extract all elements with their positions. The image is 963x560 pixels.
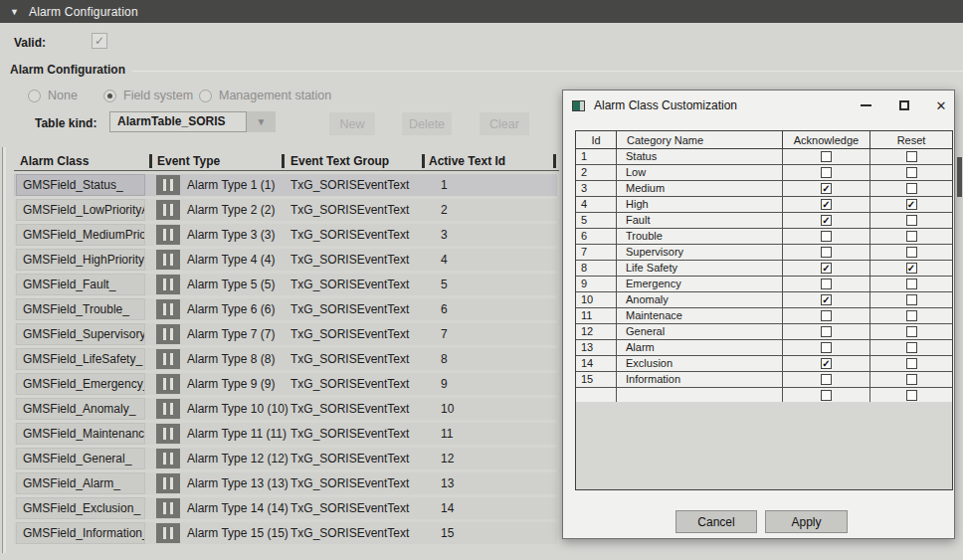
acknowledge-checkbox[interactable] (821, 390, 832, 401)
category-row[interactable]: 1Status (576, 149, 952, 165)
acknowledge-checkbox[interactable]: ✓ (821, 199, 832, 210)
alarm-class-cell[interactable]: GMSField_LowPriorityA (16, 199, 145, 221)
reset-checkbox[interactable] (906, 390, 917, 401)
event-type-pause-icon[interactable] (156, 498, 180, 518)
radio-management-station[interactable]: Management station (199, 88, 331, 103)
acknowledge-checkbox[interactable] (821, 151, 832, 162)
table-row[interactable]: GMSField_LowPriorityA Alarm Type 2 (2) T… (14, 199, 557, 221)
category-row[interactable]: 8Life Safety✓✓ (576, 261, 952, 277)
table-row[interactable]: GMSField_MediumPrio Alarm Type 3 (3) TxG… (14, 224, 557, 246)
category-row[interactable]: 15Information (576, 372, 952, 388)
table-row[interactable]: GMSField_Trouble_ Alarm Type 6 (6) TxG_S… (14, 298, 557, 320)
category-row[interactable]: 3Medium✓ (576, 181, 952, 197)
collapse-triangle-icon[interactable]: ▼ (10, 7, 19, 17)
event-type-pause-icon[interactable] (156, 275, 180, 294)
combobox-dropdown-button[interactable]: ▼ (247, 111, 276, 132)
reset-checkbox[interactable] (906, 151, 917, 162)
table-row[interactable]: GMSField_HighPriority. Alarm Type 4 (4) … (14, 249, 557, 271)
alarm-class-cell[interactable]: GMSField_HighPriority. (16, 249, 145, 271)
new-button[interactable]: New (329, 112, 375, 135)
alarm-class-cell[interactable]: GMSField_Information_ (16, 522, 145, 544)
acknowledge-checkbox[interactable]: ✓ (821, 183, 832, 194)
acknowledge-checkbox[interactable] (821, 342, 832, 353)
table-row[interactable]: GMSField_Emergency_ Alarm Type 9 (9) TxG… (14, 373, 557, 395)
close-button[interactable]: ✕ (930, 95, 952, 115)
alarm-class-cell[interactable]: GMSField_Exclusion_ (16, 497, 145, 519)
table-kind-combobox[interactable]: AlarmTable_SORIS (109, 111, 247, 132)
category-row[interactable]: 2Low (576, 165, 952, 181)
alarm-class-cell[interactable]: GMSField_General_ (16, 448, 145, 469)
reset-checkbox[interactable] (906, 167, 917, 178)
event-type-pause-icon[interactable] (156, 399, 180, 419)
alarm-class-cell[interactable]: GMSField_LifeSafety_ (16, 348, 145, 370)
acknowledge-checkbox[interactable]: ✓ (821, 358, 832, 369)
reset-checkbox[interactable] (906, 279, 917, 289)
acknowledge-checkbox[interactable]: ✓ (821, 263, 832, 274)
category-row[interactable]: 7Supervisory (576, 245, 952, 261)
acknowledge-checkbox[interactable] (821, 279, 832, 289)
reset-checkbox[interactable]: ✓ (906, 199, 917, 210)
table-row[interactable]: GMSField_Information_ Alarm Type 15 (15)… (14, 522, 557, 544)
reset-checkbox[interactable] (906, 294, 917, 305)
clear-button[interactable]: Clear (480, 112, 529, 135)
delete-button[interactable]: Delete (402, 112, 452, 135)
category-row[interactable]: 13Alarm (576, 340, 952, 356)
radio-none[interactable]: None (28, 88, 78, 103)
reset-checkbox[interactable] (906, 183, 917, 194)
radio-field-system[interactable]: Field system (103, 88, 193, 103)
acknowledge-checkbox[interactable] (821, 310, 832, 321)
table-row[interactable]: GMSField_Maintenance Alarm Type 11 (11) … (14, 423, 557, 445)
alarm-class-cell[interactable]: GMSField_Status_ (16, 174, 145, 196)
reset-checkbox[interactable] (906, 374, 917, 385)
valid-checkbox[interactable]: ✓ (92, 33, 107, 49)
reset-checkbox[interactable]: ✓ (906, 263, 917, 274)
event-type-pause-icon[interactable] (156, 424, 180, 444)
alarm-class-cell[interactable]: GMSField_Alarm_ (16, 472, 145, 494)
event-type-pause-icon[interactable] (156, 200, 180, 220)
reset-checkbox[interactable] (906, 326, 917, 337)
category-row[interactable]: 4High✓✓ (576, 197, 952, 213)
table-row[interactable]: GMSField_General_ Alarm Type 12 (12) TxG… (14, 448, 557, 469)
event-type-pause-icon[interactable] (156, 225, 180, 245)
apply-button[interactable]: Apply (765, 510, 848, 533)
event-type-pause-icon[interactable] (156, 250, 180, 270)
table-row[interactable]: GMSField_Anomaly_ Alarm Type 10 (10) TxG… (14, 398, 557, 420)
minimize-button[interactable] (855, 95, 876, 115)
acknowledge-checkbox[interactable] (821, 374, 832, 385)
event-type-pause-icon[interactable] (156, 473, 180, 493)
category-row[interactable]: 5Fault✓ (576, 213, 952, 229)
event-type-pause-icon[interactable] (156, 374, 180, 394)
alarm-class-cell[interactable]: GMSField_Supervisory_ (16, 323, 145, 345)
acknowledge-checkbox[interactable]: ✓ (821, 215, 832, 226)
category-row[interactable]: 11Maintenace (576, 308, 952, 324)
category-row[interactable]: 10Anomaly✓ (576, 292, 952, 308)
table-row[interactable]: GMSField_Alarm_ Alarm Type 13 (13) TxG_S… (14, 472, 557, 494)
category-row[interactable]: 9Emergency (576, 277, 952, 292)
reset-checkbox[interactable] (906, 310, 917, 321)
acknowledge-checkbox[interactable] (821, 326, 832, 337)
reset-checkbox[interactable] (906, 215, 917, 226)
event-type-pause-icon[interactable] (156, 449, 180, 468)
table-row[interactable]: GMSField_Fault_ Alarm Type 5 (5) TxG_SOR… (14, 274, 557, 295)
reset-checkbox[interactable] (906, 342, 917, 353)
alarm-class-cell[interactable]: GMSField_Fault_ (16, 274, 145, 295)
table-row[interactable]: GMSField_Supervisory_ Alarm Type 7 (7) T… (14, 323, 557, 345)
alarm-class-cell[interactable]: GMSField_Maintenance (16, 423, 145, 445)
dialog-titlebar[interactable]: Alarm Class Customization ✕ (563, 91, 954, 120)
category-row[interactable]: 12General (576, 324, 952, 340)
reset-checkbox[interactable] (906, 231, 917, 242)
alarm-class-cell[interactable]: GMSField_MediumPrio (16, 224, 145, 246)
acknowledge-checkbox[interactable] (821, 167, 832, 178)
category-row[interactable]: 14Exclusion✓ (576, 356, 952, 372)
event-type-pause-icon[interactable] (156, 299, 180, 319)
reset-checkbox[interactable] (906, 247, 917, 258)
event-type-pause-icon[interactable] (156, 175, 180, 195)
table-row[interactable]: GMSField_LifeSafety_ Alarm Type 8 (8) Tx… (14, 348, 557, 370)
table-row[interactable]: GMSField_Exclusion_ Alarm Type 14 (14) T… (14, 497, 557, 519)
acknowledge-checkbox[interactable] (821, 247, 832, 258)
event-type-pause-icon[interactable] (156, 349, 180, 369)
alarm-class-cell[interactable]: GMSField_Anomaly_ (16, 398, 145, 420)
maximize-button[interactable] (893, 95, 915, 115)
section-header-bar[interactable]: ▼ Alarm Configuration (0, 0, 963, 23)
category-row[interactable]: 6Trouble (576, 229, 952, 245)
